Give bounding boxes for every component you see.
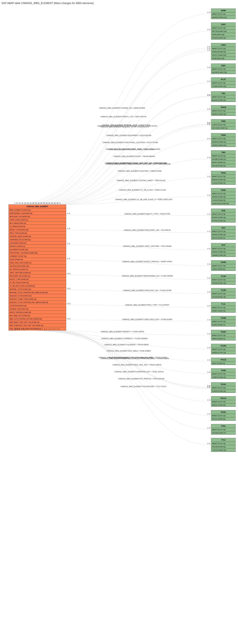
cardinality-right: 0..N xyxy=(207,443,210,444)
target-table-field: MANDT [CLNT (3)] xyxy=(212,265,225,267)
target-table-field: PRCTR [CHAR (10)] xyxy=(212,30,227,32)
main-table-field: RESPSBL_CCTR_CONTROLLING_AREA [CHAR (4)] xyxy=(10,292,48,293)
target-table-field: ASTNR [NUMC (8)] xyxy=(212,296,226,298)
relation-edge xyxy=(29,69,211,204)
target-table-field: AENNR [CHAR (12)] xyxy=(212,16,227,18)
relation-label: CNMASS_WBS_ELEMENT-USER_FIELD_KEY = TCN0… xyxy=(122,318,172,320)
target-table-field: MANDT [CLNT (3)] xyxy=(212,155,225,157)
target-table-name: T8JV xyxy=(221,244,225,246)
target-table: T8JEMANDT [CLNT (3)]BUKRS [CHAR (4)]ETYP… xyxy=(211,209,235,222)
cardinality-right: 0..N xyxy=(207,248,210,250)
target-table: T006ICLIENT [CLNT (3)]ISOCODE [CHAR (3)] xyxy=(211,119,235,130)
cardinality-right: 0..N xyxy=(207,47,210,49)
main-table-field: RECOVERY_IND [CHAR (2)] xyxy=(10,275,30,277)
cardinality-left: 0..N xyxy=(32,328,35,330)
target-table-field: MANDT [CLNT (3)] xyxy=(212,27,225,29)
target-table-field: BUKRS [CHAR (4)] xyxy=(212,234,226,236)
target-table-field: EQUNR [CHAR (18)] xyxy=(212,72,227,73)
target-table-name: TCJ1 xyxy=(221,303,225,305)
target-table-field: KOKRS [CHAR (4)] xyxy=(212,51,226,53)
target-table-name: CEPC xyxy=(221,24,226,26)
target-table-field: MANDT [CLNT (3)] xyxy=(212,321,225,322)
target-table-name: T006I xyxy=(221,120,226,122)
cardinality-left: {0,1} xyxy=(23,328,27,330)
target-table-field: KVEWE [CHAR (1)] xyxy=(212,158,226,160)
target-table: T8JVMANDT [CLNT (3)]BUKRS [CHAR (4)]VNAM… xyxy=(211,243,235,257)
cardinality-left: 0..N xyxy=(55,202,58,204)
cardinality-left: 0..N xyxy=(19,328,22,330)
target-table: T001MANDT [CLNT (3)]BUKRS [CHAR (4)] xyxy=(211,92,235,102)
cardinality-right: 0..N xyxy=(207,413,210,415)
relation-label: CNMASS_WBS_ELEMENT-PROJ_TYPE = TCJ1-PRAR… xyxy=(125,304,169,306)
relation-edge xyxy=(21,52,211,204)
main-table-field: PROJ_TYPE [CHAR (2)] xyxy=(10,232,27,234)
relation-edge xyxy=(54,159,211,204)
target-table-field: BUKRS [CHAR (4)] xyxy=(212,196,226,198)
main-table-field: CO_AREA [CHAR (4)] xyxy=(10,226,25,227)
cardinality-left: {0,1} xyxy=(67,303,71,304)
cardinality-left: 0..N xyxy=(57,328,60,330)
target-table-name: TTXJ xyxy=(221,439,225,441)
relation-label: CNMASS_WBS_ELEMENT-EQUIPMENT = EQUI-EQUN… xyxy=(106,134,151,136)
cardinality-left: 0..N xyxy=(39,202,42,204)
target-table-name: TKZSL xyxy=(221,411,226,413)
target-table-name: AENR xyxy=(221,10,226,12)
target-table-field: MANDT [CLNT (3)] xyxy=(212,415,225,416)
target-table-name: TKA01 xyxy=(221,383,226,385)
cardinality-left: 0..N xyxy=(17,202,20,204)
target-table-name: TFACD xyxy=(220,359,226,361)
target-table: TKKAAMANDT [CLNT (3)]ABGSL [CHAR (6)] xyxy=(211,396,235,406)
relation-label: CNMASS_WBS_ELEMENT-CURRENCY = TCURC-WAER… xyxy=(101,338,148,340)
cardinality-right: 0..N xyxy=(207,277,210,279)
target-table-field: MANDT [CLNT (3)] xyxy=(212,176,225,177)
cardinality-right: 0..N xyxy=(207,399,210,401)
cardinality-right: 0..N xyxy=(207,49,210,51)
main-table-field: WBS_BASIC_DUR_UNIT_ISO [CHAR (3)] xyxy=(10,321,40,323)
cardinality-right: 0..N xyxy=(207,371,210,373)
target-table-field: ISOCODE [CHAR (3)] xyxy=(212,127,228,129)
target-table: TCJ04MANDT [CLNT (3)]VERNR [NUMC (8)] xyxy=(211,274,235,284)
cardinality-left: 0..N xyxy=(41,202,44,204)
cardinality-left: 0..N xyxy=(58,202,60,204)
target-table-field: MANDT [CLNT (3)] xyxy=(212,401,225,402)
target-table: TCN07MANDT [CLNT (3)]NPRIO [CHAR (1)] xyxy=(211,330,235,340)
cardinality-left: 0..N xyxy=(40,328,43,330)
target-table-field: STAND [CHAR (10)] xyxy=(212,144,226,146)
target-table-field: MANDT [CLNT (3)] xyxy=(212,279,225,280)
main-table-field: COSTING_SHEET [CHAR (6)] xyxy=(10,236,31,237)
target-table-field: DATBI [DATS (8)] xyxy=(212,34,224,36)
cardinality-right: 0..N xyxy=(207,176,210,177)
target-table-field: ABGSL [CHAR (6)] xyxy=(212,404,225,406)
target-table-field: GSBER [CHAR (4)] xyxy=(212,376,226,378)
cardinality-left: 0..N xyxy=(67,212,70,214)
relation-label: CNMASS_WBS_ELEMENT-INVEST_PROFILE = TAPR… xyxy=(122,261,172,263)
cardinality-right: 0..N xyxy=(207,213,210,215)
main-table-field: LOCATION [CHAR (10)] xyxy=(10,305,27,306)
cardinality-left: 0..N xyxy=(25,202,28,204)
target-table: TAPRFMANDT [CLNT (3)]IVPRO [CHAR (6)] xyxy=(211,260,235,271)
target-table-field: CLASS [CHAR (3)] xyxy=(212,182,225,184)
target-table-field: WERKS [CHAR (4)] xyxy=(212,113,226,115)
cardinality-right: 0..N xyxy=(207,108,210,110)
cardinality-right: 0..N xyxy=(207,12,210,13)
main-table-field: APPLICANT_NO [NUMC (8)] xyxy=(9,216,30,218)
main-table-field: JV_JIB_CLASS [CHAR (3)] xyxy=(9,282,29,284)
target-table: T001WMANDT [CLNT (3)]WERKS [CHAR (4)] xyxy=(211,105,235,116)
relation-edge xyxy=(16,14,211,204)
cardinality-left: 0..N xyxy=(49,202,52,204)
target-table: CEPCMANDT [CLNT (3)]PRCTR [CHAR (10)]DAT… xyxy=(211,22,235,40)
target-table-field: CLASS [CHAR (3)] xyxy=(212,199,225,201)
main-table-field: RES_ANAL_KEY [CHAR (6)] xyxy=(10,315,30,316)
cardinality-right: 0..N xyxy=(207,138,210,140)
relation-edge xyxy=(18,31,211,204)
relation-edge xyxy=(29,330,211,374)
relation-edge xyxy=(56,178,211,205)
target-table-field: MANDT [CLNT (3)] xyxy=(212,230,225,232)
target-table-field: BUKRS [CHAR (4)] xyxy=(212,179,226,180)
main-table-field: REQUEST_CCTR [CHAR (10)] xyxy=(10,295,32,297)
target-table-field: MANDT [CLNT (3)] xyxy=(212,387,225,389)
cardinality-right: 0..N xyxy=(207,194,210,196)
relation-label: CNMASS_WBS_ELEMENT-RESPONSIBLE_NO = TCJ0… xyxy=(122,275,173,277)
target-table-name: TCJ04 xyxy=(221,275,226,277)
relation-label: CNMASS_WBS_ELEMENT-PROFIT_CTR = CEPC-PRC… xyxy=(100,116,146,118)
